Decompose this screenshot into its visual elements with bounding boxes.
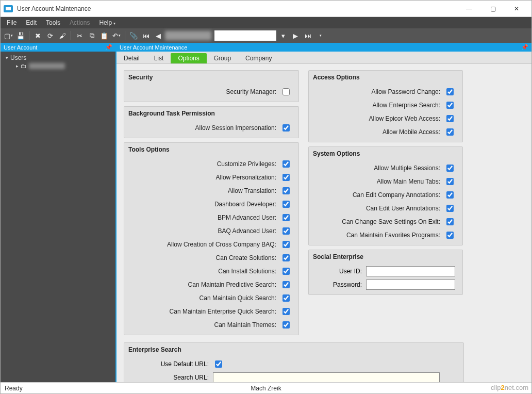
checkbox-dashboard-developer[interactable]	[282, 201, 290, 208]
menu-help[interactable]: Help▾	[95, 18, 120, 27]
input-social-password[interactable]	[366, 280, 455, 290]
tab-list[interactable]: List	[147, 53, 171, 63]
checkbox-favorites[interactable]	[446, 232, 454, 239]
close-button[interactable]: ✕	[505, 2, 528, 16]
tab-company[interactable]: Company	[238, 53, 279, 63]
label-default-url: Use Default URL:	[131, 360, 209, 368]
folder-icon: 🗀	[21, 62, 27, 70]
checkbox-cross-company-baq[interactable]	[282, 241, 290, 248]
label-social-userid: User ID:	[313, 268, 362, 275]
checkbox-web-access[interactable]	[446, 115, 454, 122]
menu-tools[interactable]: Tools	[42, 18, 64, 27]
sidebar-title: User Account	[4, 44, 37, 51]
tab-group[interactable]: Group	[207, 53, 238, 63]
tab-options[interactable]: Options	[171, 53, 206, 63]
section-access: Access Options Allow Password Change: Al…	[308, 70, 463, 142]
label: Can Edit Company Annotations:	[313, 191, 440, 199]
delete-button[interactable]: ✖	[32, 30, 43, 41]
tree-child-user[interactable]: ▸ 🗀	[2, 62, 114, 70]
sidebar-header: User Account 📌	[1, 43, 115, 52]
checkbox-allow-personalization[interactable]	[282, 174, 290, 181]
nav-first-button[interactable]: ⏮	[140, 30, 152, 41]
label: Can Maintain Predictive Search:	[128, 281, 276, 288]
label: Allow Translation:	[128, 187, 276, 194]
checkbox-install-solutions[interactable]	[282, 268, 290, 275]
toolbar: ▢▾ 💾 ✖ ⟳ 🖌 ✂ ⧉ 📋 ↶▾ 📎 ⏮ ◀ ▾ ▶ ⏭ ▾	[1, 28, 531, 43]
nav-prev-button[interactable]: ◀	[153, 30, 164, 41]
checkbox-security-manager[interactable]	[282, 88, 290, 95]
checkbox-menu-tabs[interactable]	[446, 178, 454, 185]
checkbox-password-change[interactable]	[446, 88, 454, 95]
nav-more[interactable]: ▾	[314, 30, 326, 41]
pin-icon[interactable]: 📌	[105, 44, 112, 51]
undo-button[interactable]: ↶▾	[111, 30, 122, 41]
refresh-button[interactable]: ⟳	[44, 30, 56, 41]
copy-button[interactable]: ⧉	[86, 30, 97, 41]
label: Allow Creation of Cross Company BAQ:	[128, 241, 276, 248]
menu-edit[interactable]: Edit	[22, 18, 41, 27]
attach-button[interactable]: 📎	[128, 30, 139, 41]
section-title: System Options	[309, 147, 462, 161]
nav-dropdown[interactable]: ▾	[277, 30, 289, 41]
input-search-url[interactable]	[213, 372, 440, 382]
tree: ▾ Users ▸ 🗀	[1, 52, 115, 382]
save-button[interactable]: 💾	[15, 30, 26, 41]
new-button[interactable]: ▢▾	[3, 30, 14, 41]
status-center: Mach Zreik	[251, 385, 281, 392]
label-impersonation: Allow Session Impersonation:	[128, 124, 276, 132]
maximize-button[interactable]: ▢	[481, 2, 505, 16]
nav-field[interactable]	[214, 30, 276, 41]
section-social: Social Enterprise User ID: Password:	[308, 250, 463, 295]
tabs: Detail List Options Group Company	[117, 52, 531, 64]
label: Can Install Solutions:	[128, 268, 276, 275]
checkbox-create-solutions[interactable]	[282, 254, 290, 261]
input-social-userid[interactable]	[366, 266, 455, 276]
checkbox-user-annotations[interactable]	[446, 205, 454, 212]
paste-button[interactable]: 📋	[98, 30, 110, 41]
minimize-button[interactable]: —	[457, 2, 481, 16]
clear-button[interactable]: 🖌	[57, 30, 68, 41]
label: Allow Password Change:	[313, 88, 440, 95]
checkbox-multiple-sessions[interactable]	[446, 165, 454, 172]
checkbox-default-url[interactable]	[215, 360, 222, 368]
checkbox-mobile-access[interactable]	[446, 128, 454, 136]
checkbox-impersonation[interactable]	[282, 124, 290, 132]
label: Allow Multiple Sessions:	[313, 165, 440, 172]
status-left: Ready	[5, 385, 23, 392]
nav-blurred	[165, 31, 211, 40]
label: BAQ Advanced User:	[128, 227, 276, 235]
menu-bar: File Edit Tools Actions Help▾	[1, 17, 531, 28]
checkbox-enterprise-search[interactable]	[446, 102, 454, 109]
cut-button[interactable]: ✂	[74, 30, 85, 41]
tab-detail[interactable]: Detail	[117, 53, 147, 63]
checkbox-baq-advanced[interactable]	[282, 227, 290, 235]
section-tools: Tools Options Customize Privileges: Allo…	[124, 142, 299, 335]
checkbox-predictive-search[interactable]	[282, 281, 290, 288]
pin-icon[interactable]: 📌	[521, 44, 528, 51]
label: Customize Privileges:	[128, 160, 276, 168]
nav-last-button[interactable]: ⏭	[302, 30, 313, 41]
checkbox-quick-search[interactable]	[282, 294, 290, 302]
checkbox-customize-privileges[interactable]	[282, 160, 290, 168]
nav-next-button[interactable]: ▶	[290, 30, 301, 41]
menu-file[interactable]: File	[3, 18, 21, 27]
checkbox-allow-translation[interactable]	[282, 187, 290, 194]
checkbox-enterprise-quick-search[interactable]	[282, 308, 290, 315]
tree-root-users[interactable]: ▾ Users	[2, 54, 114, 62]
label-security-manager: Security Manager:	[128, 88, 276, 95]
checkbox-save-settings[interactable]	[446, 218, 454, 225]
label: Can Create Solutions:	[128, 254, 276, 261]
content-header: User Account Maintenance 📌	[117, 43, 531, 52]
watermark: clip2net.com	[491, 384, 528, 391]
label: Can Maintain Themes:	[128, 321, 276, 329]
section-bgtask: Background Task Permission Allow Session…	[124, 106, 299, 138]
section-enterprise-search: Enterprise Search Use Default URL: Searc…	[124, 342, 464, 382]
label: Allow Personalization:	[128, 174, 276, 181]
checkbox-bpm-advanced[interactable]	[282, 214, 290, 221]
checkbox-maintain-themes[interactable]	[282, 321, 290, 329]
label-search-url: Search URL:	[131, 374, 209, 381]
checkbox-company-annotations[interactable]	[446, 191, 454, 199]
label: Can Maintain Favorites Programs:	[313, 232, 440, 239]
label: Allow Mobile Access:	[313, 128, 440, 136]
section-title: Security	[124, 71, 298, 85]
